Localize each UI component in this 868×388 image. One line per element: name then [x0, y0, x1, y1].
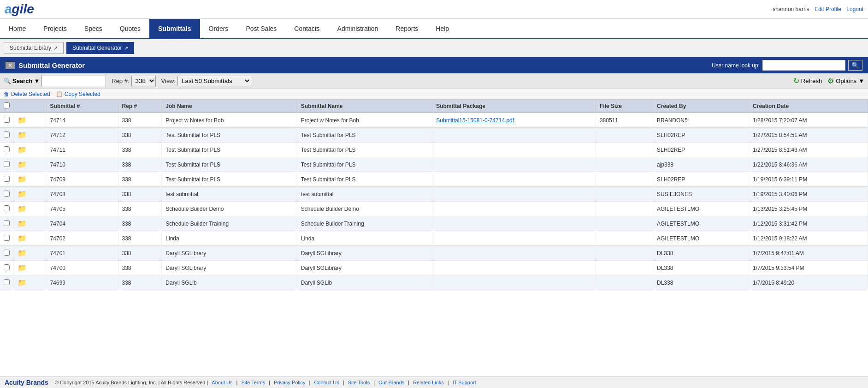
rep-select[interactable]: 338: [131, 76, 156, 86]
tab-bar: Submittal Library ↗Submittal Generator ↗: [0, 39, 868, 57]
logout-link[interactable]: Logout: [846, 6, 863, 12]
nav-item-post-sales[interactable]: Post Sales: [237, 19, 285, 38]
folder-icon: 📁: [18, 279, 27, 287]
row-job_name: Test Submittal for PLS: [162, 143, 297, 157]
row-checkbox[interactable]: [0, 187, 14, 202]
nav-item-help[interactable]: Help: [427, 19, 458, 38]
row-submittal_name: Test Submittal for PLS: [297, 128, 432, 143]
row-folder-icon[interactable]: 📁: [14, 187, 47, 202]
row-checkbox[interactable]: [0, 128, 14, 143]
row-job_name: Daryll SGLib: [162, 275, 297, 290]
options-button[interactable]: ⚙ Options ▼: [827, 77, 864, 85]
row-checkbox[interactable]: [0, 275, 14, 290]
edit-profile-link[interactable]: Edit Profile: [815, 6, 841, 12]
header-folder: [14, 100, 47, 113]
row-folder-icon[interactable]: 📁: [14, 246, 47, 261]
row-folder-icon[interactable]: 📁: [14, 231, 47, 246]
row-checkbox[interactable]: [0, 261, 14, 275]
folder-icon: 📁: [18, 205, 27, 213]
copy-selected-link[interactable]: 📋 Copy Selected: [56, 91, 100, 97]
action-bar: 🗑 Delete Selected 📋 Copy Selected: [0, 89, 868, 100]
nav-item-reports[interactable]: Reports: [387, 19, 427, 38]
row-folder-icon[interactable]: 📁: [14, 275, 47, 290]
row-rep: 338: [118, 113, 162, 128]
nav-item-specs[interactable]: Specs: [76, 19, 111, 38]
row-creation_date: 1/12/2015 9:18:22 AM: [749, 231, 868, 246]
row-file_size: [596, 216, 653, 231]
row-folder-icon[interactable]: 📁: [14, 172, 47, 187]
folder-icon: 📁: [18, 190, 27, 198]
panel-close-button[interactable]: ✕: [6, 62, 15, 69]
row-submittal_name: Linda: [297, 231, 432, 246]
row-checkbox[interactable]: [0, 143, 14, 157]
row-checkbox[interactable]: [0, 157, 14, 172]
nav-item-quotes[interactable]: Quotes: [111, 19, 149, 38]
nav-item-home[interactable]: Home: [0, 19, 35, 38]
header-submittal-name: Submittal Name: [297, 100, 432, 113]
table-row: 📁74709338Test Submittal for PLSTest Subm…: [0, 172, 868, 187]
row-checkbox[interactable]: [0, 246, 14, 261]
row-rep: 338: [118, 216, 162, 231]
row-rep: 338: [118, 275, 162, 290]
row-creation_date: 1/7/2015 9:47:01 AM: [749, 246, 868, 261]
row-rep: 338: [118, 172, 162, 187]
folder-icon: 📁: [18, 116, 27, 124]
row-folder-icon[interactable]: 📁: [14, 143, 47, 157]
view-select[interactable]: Last 50 SubmittalsLast 100 SubmittalsAll…: [177, 76, 251, 86]
row-job_name: Test Submittal for PLS: [162, 157, 297, 172]
table-row: 📁74710338Test Submittal for PLSTest Subm…: [0, 157, 868, 172]
row-checkbox[interactable]: [0, 231, 14, 246]
submittals-table: Submittal # Rep # Job Name Submittal Nam…: [0, 100, 868, 290]
row-folder-icon[interactable]: 📁: [14, 113, 47, 128]
rep-label: Rep #:: [112, 78, 129, 84]
row-checkbox[interactable]: [0, 113, 14, 128]
nav-item-contacts[interactable]: Contacts: [285, 19, 328, 38]
search-input[interactable]: [41, 76, 106, 86]
row-submittal_name: Daryll SGLibrary: [297, 246, 432, 261]
user-lookup-input[interactable]: [762, 60, 845, 71]
user-lookup-area: User name look up: 🔍: [712, 60, 862, 71]
user-lookup-search-button[interactable]: 🔍: [848, 60, 862, 71]
row-rep: 338: [118, 202, 162, 216]
row-package: [432, 202, 596, 216]
row-creation_date: 1/27/2015 8:51:43 AM: [749, 143, 868, 157]
row-created_by: ajp338: [653, 157, 749, 172]
row-checkbox[interactable]: [0, 216, 14, 231]
folder-icon: 📁: [18, 234, 27, 242]
table-container: Submittal # Rep # Job Name Submittal Nam…: [0, 100, 868, 290]
row-file_size: [596, 172, 653, 187]
row-package[interactable]: Submittal15-15081-0-74714.pdf: [432, 113, 596, 128]
row-created_by: SLH02REP: [653, 143, 749, 157]
nav-item-submittals[interactable]: Submittals: [149, 19, 200, 38]
tab-submittal-library[interactable]: Submittal Library ↗: [4, 42, 64, 54]
table-row: 📁74705338Schedule Builder DemoSchedule B…: [0, 202, 868, 216]
row-checkbox[interactable]: [0, 202, 14, 216]
folder-icon: 📁: [18, 220, 27, 227]
header-select-all[interactable]: [0, 100, 14, 113]
row-id: 74702: [46, 231, 118, 246]
nav-item-orders[interactable]: Orders: [200, 19, 237, 38]
refresh-button[interactable]: ↻ Refresh: [793, 77, 822, 85]
row-folder-icon[interactable]: 📁: [14, 261, 47, 275]
header-submittal-num: Submittal #: [46, 100, 118, 113]
row-folder-icon[interactable]: 📁: [14, 157, 47, 172]
row-folder-icon[interactable]: 📁: [14, 128, 47, 143]
nav-item-projects[interactable]: Projects: [35, 19, 76, 38]
delete-icon: 🗑: [4, 91, 9, 97]
row-file_size: [596, 157, 653, 172]
row-rep: 338: [118, 187, 162, 202]
tab-submittal-generator[interactable]: Submittal Generator ↗: [66, 42, 134, 54]
delete-selected-link[interactable]: 🗑 Delete Selected: [4, 91, 50, 97]
row-checkbox[interactable]: [0, 172, 14, 187]
search-dropdown-toggle[interactable]: 🔍 Search ▼: [4, 78, 40, 84]
row-folder-icon[interactable]: 📁: [14, 216, 47, 231]
row-submittal_name: Project w Notes for Bob: [297, 113, 432, 128]
row-creation_date: 1/27/2015 8:54:51 AM: [749, 128, 868, 143]
toolbar: 🔍 Search ▼ Rep #: 338 View: Last 50 Subm…: [0, 73, 868, 89]
row-creation_date: 1/7/2015 8:49:20: [749, 275, 868, 290]
row-job_name: test submittal: [162, 187, 297, 202]
header-job-name: Job Name: [162, 100, 297, 113]
package-link[interactable]: Submittal15-15081-0-74714.pdf: [436, 117, 514, 124]
row-folder-icon[interactable]: 📁: [14, 202, 47, 216]
nav-item-administration[interactable]: Administration: [329, 19, 387, 38]
